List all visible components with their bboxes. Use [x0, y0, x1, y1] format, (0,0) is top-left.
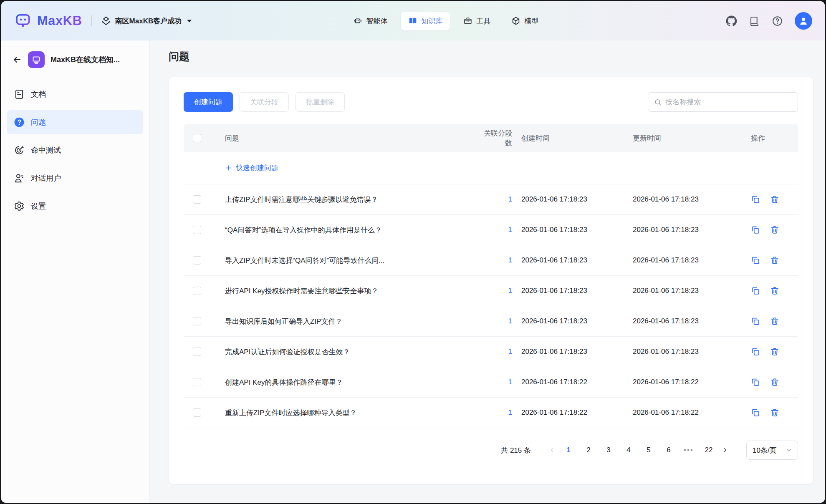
delete-icon[interactable]	[770, 225, 779, 234]
chat-user-icon	[14, 173, 25, 184]
nav-knowledge-base[interactable]: 知识库	[401, 12, 450, 30]
row-checkbox[interactable]	[193, 317, 201, 325]
page-number[interactable]: 22	[702, 443, 716, 457]
table-row: 重新上传ZIP文件时应选择哪种导入类型？ 1 2026-01-06 17:18:…	[184, 398, 798, 428]
delete-icon[interactable]	[770, 347, 779, 356]
nav-models[interactable]: 模型	[504, 12, 546, 30]
sidebar: MaxKB在线文档知... 文档 问题 命中测试	[1, 40, 149, 503]
github-icon[interactable]	[726, 15, 737, 27]
delete-icon[interactable]	[770, 378, 779, 387]
segment-count-link[interactable]: 1	[508, 195, 512, 203]
page-title: 问题	[169, 50, 189, 63]
total-count: 共 215 条	[501, 446, 531, 455]
copy-icon[interactable]	[751, 347, 760, 356]
question-text[interactable]: “QA问答对”选项在导入操作中的具体作用是什么？	[225, 226, 382, 234]
help-icon[interactable]	[772, 15, 783, 27]
page-number[interactable]: •••	[682, 443, 696, 457]
question-text[interactable]: 创建API Key的具体操作路径在哪里？	[225, 378, 343, 386]
workspace-switcher[interactable]: 南区MaxKB客户成功	[101, 16, 192, 26]
page-number[interactable]: 5	[642, 443, 656, 457]
pagination: 共 215 条 123456•••22 10条/页	[184, 441, 798, 460]
page-size-select[interactable]: 10条/页	[746, 441, 798, 460]
row-checkbox[interactable]	[193, 226, 201, 234]
nav-tools[interactable]: 工具	[456, 12, 498, 30]
updated-time: 2026-01-06 17:18:22	[627, 378, 742, 386]
updated-time: 2026-01-06 17:18:23	[627, 256, 742, 265]
sidebar-item-hit-test[interactable]: 命中测试	[7, 138, 143, 162]
delete-icon[interactable]	[770, 317, 779, 326]
content-card: 创建问题 关联分段 批量删除 问题 关联分段数 创建时间 更新时间 操	[169, 77, 813, 484]
segment-count-link[interactable]: 1	[508, 317, 512, 325]
question-text[interactable]: 导出知识库后如何正确导入ZIP文件？	[225, 318, 342, 325]
nav-agents[interactable]: 智能体	[346, 12, 395, 30]
header-created: 创建时间	[512, 134, 627, 143]
updated-time: 2026-01-06 17:18:23	[627, 348, 742, 356]
create-question-button[interactable]: 创建问题	[184, 92, 233, 112]
table-row: 创建API Key的具体操作路径在哪里？ 1 2026-01-06 17:18:…	[184, 367, 798, 398]
table-row: 导入ZIP文件时未选择“QA问答对”可能导致什么问... 1 2026-01-0…	[184, 245, 798, 276]
batch-delete-button[interactable]: 批量删除	[296, 92, 345, 112]
copy-icon[interactable]	[751, 286, 760, 295]
row-checkbox[interactable]	[193, 348, 201, 356]
copy-icon[interactable]	[751, 195, 760, 204]
table-row: 上传ZIP文件时需注意哪些关键步骤以避免错误？ 1 2026-01-06 17:…	[184, 184, 798, 215]
sidebar-item-questions[interactable]: 问题	[7, 110, 143, 134]
copy-icon[interactable]	[751, 225, 760, 234]
copy-icon[interactable]	[751, 408, 760, 417]
page-number[interactable]: 1	[561, 443, 576, 457]
delete-icon[interactable]	[770, 286, 779, 295]
delete-icon[interactable]	[770, 408, 779, 417]
search-input[interactable]	[665, 98, 792, 106]
select-all-checkbox[interactable]	[193, 134, 201, 142]
segment-count-link[interactable]: 1	[508, 408, 512, 416]
page-number[interactable]: 2	[581, 443, 596, 457]
created-time: 2026-01-06 17:18:22	[512, 378, 627, 386]
topbar-actions	[726, 12, 812, 30]
row-checkbox[interactable]	[193, 378, 201, 386]
row-checkbox[interactable]	[193, 195, 201, 204]
question-text[interactable]: 进行API Key授权操作时需要注意哪些安全事项？	[225, 287, 378, 295]
kb-app-icon	[28, 51, 45, 68]
avatar[interactable]	[795, 12, 812, 30]
copy-icon[interactable]	[751, 256, 760, 265]
question-text[interactable]: 完成API认证后如何验证授权是否生效？	[225, 348, 350, 356]
created-time: 2026-01-06 17:18:23	[512, 226, 627, 234]
segment-count-link[interactable]: 1	[508, 348, 512, 355]
question-text[interactable]: 重新上传ZIP文件时应选择哪种导入类型？	[225, 409, 356, 417]
next-page-button[interactable]	[719, 444, 731, 456]
search-box	[648, 92, 798, 112]
workspace-name: 南区MaxKB客户成功	[115, 16, 182, 26]
chevron-down-icon	[187, 19, 192, 23]
row-checkbox[interactable]	[193, 256, 201, 265]
question-text[interactable]: 上传ZIP文件时需注意哪些关键步骤以避免错误？	[225, 196, 378, 204]
sidebar-item-settings[interactable]: 设置	[7, 194, 143, 218]
created-time: 2026-01-06 17:18:23	[512, 348, 627, 356]
sidebar-item-documents[interactable]: 文档	[7, 82, 143, 106]
segment-count-link[interactable]: 1	[508, 378, 512, 386]
quick-create-link[interactable]: 快速创建问题	[225, 163, 278, 173]
copy-icon[interactable]	[751, 317, 760, 326]
delete-icon[interactable]	[770, 195, 779, 204]
copy-icon[interactable]	[751, 378, 760, 387]
prev-page-button[interactable]	[546, 444, 558, 456]
segment-count-link[interactable]: 1	[508, 256, 512, 264]
search-icon	[654, 98, 662, 106]
page-number[interactable]: 4	[621, 443, 636, 457]
divider	[91, 15, 92, 26]
back-arrow-icon[interactable]	[12, 55, 22, 65]
nav-label: 知识库	[421, 16, 442, 26]
page-number[interactable]: 6	[662, 443, 676, 457]
segment-count-link[interactable]: 1	[508, 226, 512, 234]
question-text[interactable]: 导入ZIP文件时未选择“QA问答对”可能导致什么问...	[225, 257, 385, 265]
sidebar-item-chat-users[interactable]: 对话用户	[7, 166, 143, 190]
docs-icon[interactable]	[749, 15, 760, 27]
relate-segments-button[interactable]: 关联分段	[240, 92, 289, 112]
row-checkbox[interactable]	[193, 287, 201, 295]
updated-time: 2026-01-06 17:18:23	[627, 317, 742, 325]
topbar: MaxKB 南区MaxKB客户成功 智能体	[1, 1, 825, 40]
nav-label: 智能体	[366, 16, 387, 26]
row-checkbox[interactable]	[193, 408, 201, 417]
page-number[interactable]: 3	[601, 443, 616, 457]
delete-icon[interactable]	[770, 256, 779, 265]
segment-count-link[interactable]: 1	[508, 287, 512, 295]
